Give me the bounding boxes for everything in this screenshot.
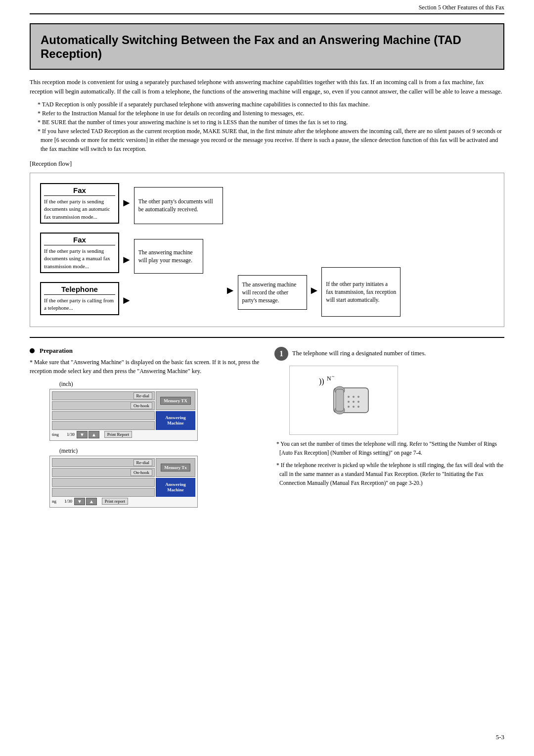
answer-record-text: The answering machine will record the ot… xyxy=(242,281,303,304)
metric-up-arrow[interactable]: ▲ xyxy=(86,498,97,505)
section-header: Section 5 Other Features of this Fax xyxy=(30,0,504,14)
left-col: Preparation * Make sure that "Answering … xyxy=(30,347,260,515)
bullet-4: * If you have selected TAD Reception as … xyxy=(35,127,504,153)
redial-btn-metric[interactable]: Re-dial xyxy=(134,459,153,466)
arrow-mid: ► xyxy=(225,284,236,297)
metric-ring-label: ng xyxy=(52,499,56,504)
reception-flow-label: [Reception flow] xyxy=(30,160,504,168)
inch-bottom-row: ting 1/30 ▼ ▲ Print Report xyxy=(52,431,195,438)
fax-text-1: If the other party is sending documents … xyxy=(44,198,115,221)
tel-title: Telephone xyxy=(44,285,115,295)
page-number: 5-3 xyxy=(496,733,504,741)
telephone-box: Telephone If the other party is calling … xyxy=(40,282,119,315)
svg-text:N: N xyxy=(327,375,331,382)
svg-point-14 xyxy=(353,406,355,408)
fax-text-2: If the other party is sending documents … xyxy=(44,247,115,270)
flow-diagram: Fax If the other party is sending docume… xyxy=(30,173,504,327)
prep-title: Preparation xyxy=(30,347,260,355)
svg-point-13 xyxy=(348,406,350,408)
metric-machine: Re-dial On-hook Memory Tx Answer xyxy=(49,456,198,508)
record-col: The answering machine will record the ot… xyxy=(238,183,307,317)
phone-svg: )) N ~ xyxy=(314,373,373,427)
right-notes: * You can set the number of times the te… xyxy=(274,440,504,488)
metric-label: (metric) xyxy=(59,448,260,454)
fax-box-2: Fax If the other party is sending docume… xyxy=(40,233,119,273)
metric-down-arrow[interactable]: ▼ xyxy=(74,498,85,505)
final-text: If the other party initiates a fax trans… xyxy=(326,280,396,304)
step-number: 1 xyxy=(274,347,288,361)
bullet-1: * TAD Reception is only possible if a se… xyxy=(35,100,504,109)
svg-rect-6 xyxy=(336,389,344,411)
arrow-tel: ► xyxy=(121,294,132,307)
onhook-btn-inch[interactable]: On-hook xyxy=(131,402,152,409)
result-text-1: The other party's documents will be auto… xyxy=(138,197,219,213)
arrows-col: ► ► ► xyxy=(121,183,132,317)
metric-bottom-row: ng 1/30 ▼ ▲ Print report xyxy=(52,498,195,505)
metric-print-report[interactable]: Print report xyxy=(102,498,128,505)
middle-col: The other party's documents will be auto… xyxy=(134,183,223,274)
answer-record-box: The answering machine will record the ot… xyxy=(238,275,307,310)
bullet-list: * TAD Reception is only possible if a se… xyxy=(30,100,504,153)
onhook-btn-metric[interactable]: On-hook xyxy=(131,469,152,476)
step1-header: 1 The telephone will ring a designated n… xyxy=(274,347,504,361)
inch-print-report[interactable]: Print Report xyxy=(104,431,132,438)
svg-point-11 xyxy=(353,401,355,403)
svg-point-12 xyxy=(357,401,359,403)
fax-title-1: Fax xyxy=(44,186,115,196)
section-label: Section 5 Other Features of this Fax xyxy=(419,4,504,11)
fax-title-2: Fax xyxy=(44,236,115,245)
metric-arrow-btns: ▼ ▲ xyxy=(74,498,97,505)
third-arrows-col: ► xyxy=(309,183,320,317)
arrow-final: ► xyxy=(309,284,320,297)
fax-box-1: Fax If the other party is sending docume… xyxy=(40,183,119,224)
metric-screen-row: Re-dial On-hook Memory Tx Answer xyxy=(52,458,195,497)
memory-tx-btn-inch[interactable]: Memory TX xyxy=(160,397,191,405)
right-col: 1 The telephone will ring a designated n… xyxy=(274,347,504,515)
inch-machine: Re-dial On-hook Memory TX Answer xyxy=(49,389,198,441)
answer-play-text: The answering machine will play your mes… xyxy=(138,248,199,264)
bullet-circle-icon xyxy=(30,348,35,353)
lower-section: Preparation * Make sure that "Answering … xyxy=(30,347,504,515)
note-2: * If the telephone receiver is picked up… xyxy=(274,461,504,487)
svg-text:)): )) xyxy=(319,377,324,386)
tel-text: If the other party is calling from a tel… xyxy=(44,297,115,312)
title-box: Automatically Switching Between the Fax … xyxy=(30,23,504,70)
arrow-fax1: ► xyxy=(121,196,132,209)
inch-arrow-btns: ▼ ▲ xyxy=(77,431,99,438)
flow-left-col: Fax If the other party is sending docume… xyxy=(40,183,119,315)
inch-ring-label: ting xyxy=(52,432,59,437)
final-col: If the other party initiates a fax trans… xyxy=(321,183,400,317)
answering-btn-metric[interactable]: AnsweringMachine xyxy=(165,482,186,493)
second-arrows-col: ► xyxy=(225,183,236,317)
arrow-fax2: ► xyxy=(121,253,132,266)
inch-up-arrow[interactable]: ▲ xyxy=(89,431,99,438)
metric-fraction: 1/30 xyxy=(64,499,72,504)
prep-note: * Make sure that "Answering Machine" is … xyxy=(30,358,260,376)
inch-label: (inch) xyxy=(59,381,260,387)
intro-paragraph: This reception mode is convenient for us… xyxy=(30,78,504,97)
svg-point-10 xyxy=(348,401,350,403)
note-1: * You can set the number of times the te… xyxy=(274,440,504,458)
bullet-2: * Refer to the Instruction Manual for th… xyxy=(35,109,504,118)
inch-fraction: 1/30 xyxy=(67,432,75,437)
inch-screen-row: Re-dial On-hook Memory TX Answer xyxy=(52,391,195,430)
section-divider xyxy=(30,337,504,338)
final-box: If the other party initiates a fax trans… xyxy=(321,267,400,317)
svg-text:~: ~ xyxy=(332,374,335,379)
redial-btn-inch[interactable]: Re-dial xyxy=(134,392,153,399)
page-title: Automatically Switching Between the Fax … xyxy=(41,33,493,61)
memory-tx-btn-metric[interactable]: Memory Tx xyxy=(161,464,190,472)
svg-point-8 xyxy=(353,396,355,398)
svg-point-15 xyxy=(357,406,359,408)
bullet-3: * BE SURE that the number of times your … xyxy=(35,118,504,127)
svg-point-7 xyxy=(348,396,350,398)
answering-btn-inch[interactable]: AnsweringMachine xyxy=(165,415,186,426)
result-box-1: The other party's documents will be auto… xyxy=(134,187,223,224)
phone-illustration: )) N ~ xyxy=(289,366,398,435)
inch-down-arrow[interactable]: ▼ xyxy=(77,431,88,438)
svg-point-9 xyxy=(357,396,359,398)
answer-play-box: The answering machine will play your mes… xyxy=(134,239,203,274)
step1-text: The telephone will ring a designated num… xyxy=(292,349,426,358)
